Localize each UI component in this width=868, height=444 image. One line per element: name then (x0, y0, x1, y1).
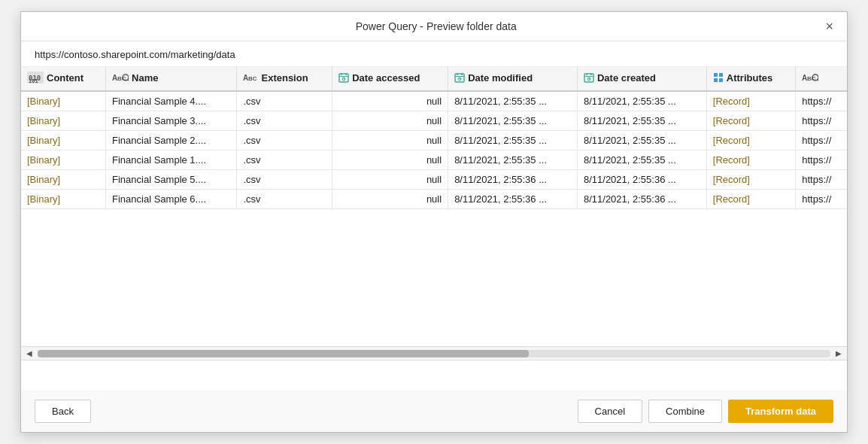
svg-text:BC: BC (248, 75, 257, 82)
cell-name: Financial Sample 6.... (106, 190, 237, 209)
scrollbar-thumb[interactable] (38, 350, 529, 357)
svg-line-6 (128, 80, 129, 81)
col-attributes[interactable]: Attributes (706, 67, 795, 91)
cell-attributes: [Record] (706, 131, 795, 151)
cell-date_created: 8/11/2021, 2:55:35 ... (577, 131, 706, 151)
col-date-accessed-label: Date accessed (352, 72, 420, 84)
cell-date_accessed: null (332, 151, 448, 170)
col-extension[interactable]: A BC Extension (237, 67, 332, 91)
svg-rect-30 (714, 73, 718, 77)
cell-url: https:// (796, 111, 847, 131)
cell-date_modified: 8/11/2021, 2:55:35 ... (448, 131, 578, 151)
horizontal-scrollbar[interactable]: ◀ ▶ (21, 347, 847, 360)
back-button[interactable]: Back (35, 400, 91, 423)
cell-extension: .csv (237, 131, 332, 151)
col-date-accessed[interactable]: Date accessed (332, 67, 448, 91)
cell-name: Financial Sample 3.... (106, 111, 237, 131)
cell-name: Financial Sample 4.... (106, 91, 237, 111)
scroll-right-arrow[interactable]: ▶ (833, 349, 844, 357)
col-date-created-label: Date created (597, 72, 656, 84)
cell-extension: .csv (237, 91, 332, 111)
cell-url: https:// (796, 131, 847, 151)
abc-icon: A BC (243, 72, 258, 83)
footer: Back Cancel Combine Transform data (21, 391, 847, 432)
cell-date_modified: 8/11/2021, 2:55:35 ... (448, 91, 578, 111)
table-row: [Binary]Financial Sample 3.....csvnull8/… (21, 111, 847, 131)
footer-left: Back (35, 400, 91, 423)
cell-content: [Binary] (21, 131, 106, 151)
table-row: [Binary]Financial Sample 1.....csvnull8/… (21, 151, 847, 170)
url-bar: https://contoso.sharepoint.com/marketing… (21, 41, 847, 67)
svg-text:101: 101 (29, 78, 38, 84)
table-row: [Binary]Financial Sample 5.....csvnull8/… (21, 170, 847, 190)
cell-date_accessed: null (332, 170, 448, 190)
cell-name: Financial Sample 1.... (106, 151, 237, 170)
cell-content: [Binary] (21, 151, 106, 170)
cell-attributes: [Record] (706, 190, 795, 209)
cell-attributes: [Record] (706, 170, 795, 190)
cell-content: [Binary] (21, 91, 106, 111)
dialog: Power Query - Preview folder data × http… (20, 11, 848, 433)
cell-url: https:// (796, 91, 847, 111)
cell-content: [Binary] (21, 111, 106, 131)
svg-rect-33 (719, 78, 723, 82)
col-name-label: Name (132, 72, 158, 84)
cell-url: https:// (796, 170, 847, 190)
table-container[interactable]: 010 101 Content A BC (21, 67, 847, 347)
svg-rect-31 (719, 73, 723, 77)
scroll-left-arrow[interactable]: ◀ (24, 349, 35, 357)
cell-date_created: 8/11/2021, 2:55:35 ... (577, 151, 706, 170)
scrollbar-track[interactable] (38, 350, 830, 357)
col-content-label: Content (47, 72, 83, 84)
col-attributes-label: Attributes (727, 72, 772, 84)
cell-extension: .csv (237, 170, 332, 190)
svg-rect-32 (714, 78, 718, 82)
calendar-modified-icon (454, 72, 465, 83)
col-date-created[interactable]: Date created (577, 67, 706, 91)
cell-content: [Binary] (21, 170, 106, 190)
svg-text:BC: BC (117, 75, 126, 82)
title-bar: Power Query - Preview folder data × (21, 12, 847, 41)
cell-name: Financial Sample 2.... (106, 131, 237, 151)
dialog-title: Power Query - Preview folder data (50, 20, 822, 32)
cell-date_modified: 8/11/2021, 2:55:36 ... (448, 170, 578, 190)
cell-url: https:// (796, 190, 847, 209)
cancel-button[interactable]: Cancel (578, 400, 642, 423)
col-date-modified[interactable]: Date modified (448, 67, 578, 91)
col-content[interactable]: 010 101 Content (21, 67, 106, 91)
footer-right: Cancel Combine Transform data (578, 400, 833, 423)
col-date-modified-label: Date modified (468, 72, 533, 84)
cell-date_accessed: null (332, 131, 448, 151)
table-row: [Binary]Financial Sample 6.....csvnull8/… (21, 190, 847, 209)
cell-date_modified: 8/11/2021, 2:55:35 ... (448, 151, 578, 170)
cell-content: [Binary] (21, 190, 106, 209)
table-body: [Binary]Financial Sample 4.....csvnull8/… (21, 91, 847, 209)
table-row: [Binary]Financial Sample 4.....csvnull8/… (21, 91, 847, 111)
empty-area (21, 360, 847, 391)
cell-extension: .csv (237, 151, 332, 170)
cell-date_accessed: null (332, 190, 448, 209)
cell-date_modified: 8/11/2021, 2:55:36 ... (448, 190, 578, 209)
transform-data-button[interactable]: Transform data (728, 400, 833, 423)
calendar-created-icon (584, 72, 594, 83)
cell-name: Financial Sample 5.... (106, 170, 237, 190)
col-extension-label: Extension (261, 72, 308, 84)
cell-attributes: [Record] (706, 151, 795, 170)
cell-date_created: 8/11/2021, 2:55:35 ... (577, 91, 706, 111)
col-name[interactable]: A BC Name (106, 67, 237, 91)
svg-line-37 (818, 80, 818, 81)
cell-date_created: 8/11/2021, 2:55:35 ... (577, 111, 706, 131)
cell-extension: .csv (237, 190, 332, 209)
abc-search-icon: A BC (112, 72, 129, 83)
cell-date_modified: 8/11/2021, 2:55:35 ... (448, 111, 578, 131)
cell-attributes: [Record] (706, 111, 795, 131)
close-button[interactable]: × (822, 20, 836, 33)
svg-text:BC: BC (807, 75, 816, 82)
abc-search-url-icon: A BC (802, 72, 818, 83)
combine-button[interactable]: Combine (648, 400, 722, 423)
cell-date_accessed: null (332, 111, 448, 131)
cell-extension: .csv (237, 111, 332, 131)
col-url[interactable]: A BC (796, 67, 847, 91)
data-table: 010 101 Content A BC (21, 67, 847, 209)
cell-date_created: 8/11/2021, 2:55:36 ... (577, 190, 706, 209)
